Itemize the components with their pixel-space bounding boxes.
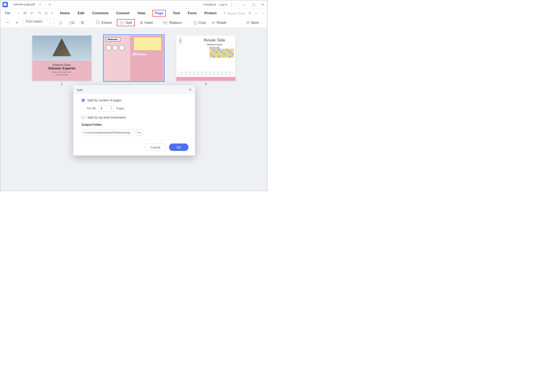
- split-button[interactable]: ▯▯Split: [117, 19, 135, 26]
- app-icon: ⯀: [2, 2, 8, 7]
- tab-comment[interactable]: Comment: [92, 10, 109, 17]
- legend-icon: [179, 38, 182, 42]
- undo-icon[interactable]: ↶: [29, 11, 35, 15]
- print-icon[interactable]: ⎙: [43, 11, 49, 15]
- plus-icon: +: [15, 20, 18, 25]
- split-by-bookmarks-radio[interactable]: Split by top level bookmarks: [81, 116, 188, 119]
- pages-unit-label: Pages: [116, 107, 125, 110]
- tab-title: science-copy.pdf: [13, 3, 35, 6]
- tab-close-icon[interactable]: ✕: [39, 3, 41, 6]
- radio-on-icon: [81, 99, 85, 102]
- open-external-icon[interactable]: ⇱: [249, 11, 251, 15]
- window-maximize-icon[interactable]: ▢: [250, 1, 257, 8]
- page-canvas: Science Class Volcanic Experim Willow Cr…: [0, 28, 267, 191]
- per-file-label: Per file: [87, 107, 96, 110]
- crop-icon: ◫: [193, 21, 197, 25]
- per-file-input[interactable]: [99, 107, 109, 110]
- document-tab[interactable]: science-copy.pdf ✕: [9, 0, 45, 8]
- login-link[interactable]: Log In: [219, 3, 227, 6]
- delete-page-icon[interactable]: 🗑: [79, 20, 86, 26]
- periodic-sub: Chemical Formula: [199, 43, 230, 46]
- bulb-icon: ✦: [223, 11, 226, 15]
- page-filter-select[interactable]: Even pages: [23, 19, 54, 26]
- dialog-title: Split: [77, 88, 83, 91]
- split-by-pages-radio[interactable]: Split by number of pages: [81, 98, 188, 102]
- more-button[interactable]: ☰More›: [245, 20, 263, 26]
- thumb1-line4: By Brooke Wells: [35, 74, 89, 76]
- sticky-note-icon: [134, 37, 161, 50]
- page-thumbnail-3[interactable]: Periodic Table Chemical Formula H-O-O-H: [176, 35, 235, 81]
- tab-home[interactable]: Home: [59, 10, 71, 17]
- output-folder-label: Output Folder: [81, 123, 188, 126]
- thumb1-line1: Science Class: [35, 63, 89, 67]
- window-close-icon[interactable]: ✕: [260, 1, 266, 8]
- more-menu-icon[interactable]: ⋮: [230, 2, 234, 7]
- tab-tool[interactable]: Tool: [172, 10, 181, 17]
- page-filter-value: Even pages: [26, 20, 42, 23]
- extract-icon: ⿻: [96, 21, 100, 25]
- tab-view[interactable]: View: [136, 10, 146, 17]
- file-menu[interactable]: File: [3, 11, 12, 16]
- window-minimize-icon[interactable]: —: [241, 1, 248, 8]
- radio-off-icon: [81, 116, 85, 119]
- tab-convert[interactable]: Convert: [115, 10, 130, 17]
- materials-label: Materials:: [106, 37, 120, 41]
- save-icon[interactable]: ▫: [16, 11, 21, 15]
- cloud-icon[interactable]: ⌂: [255, 11, 257, 15]
- minus-icon: −: [6, 20, 9, 26]
- rotate-icon: ⟳: [212, 21, 215, 25]
- menu-bar: File ▫ ✉ ↶ ↷ ⎙ ▾ Home Edit Comment Conve…: [0, 9, 267, 18]
- split-by-bookmarks-label: Split by top level bookmarks: [87, 116, 126, 119]
- insert-icon: ⊞: [140, 21, 143, 25]
- search-placeholder: Search Tools: [227, 12, 245, 15]
- title-bar: ⯀ science-copy.pdf ✕ + Feedback Log In ⋮…: [0, 0, 267, 9]
- page-thumbnail-1[interactable]: Science Class Volcanic Experim Willow Cr…: [32, 35, 92, 81]
- tab-edit[interactable]: Edit: [77, 10, 85, 17]
- search-tools-input[interactable]: ✦ Search Tools: [223, 11, 245, 15]
- periodic-grid: [210, 49, 234, 58]
- spin-down-icon[interactable]: ▼: [111, 108, 112, 110]
- browse-folder-button[interactable]: •••: [136, 129, 142, 136]
- collapse-ribbon-icon[interactable]: ︿: [261, 11, 264, 15]
- zoom-out-button[interactable]: −: [5, 19, 11, 27]
- ok-button[interactable]: OK: [169, 143, 188, 151]
- new-tab-button[interactable]: +: [45, 2, 54, 7]
- output-folder-input[interactable]: [81, 129, 134, 136]
- cancel-button[interactable]: Cancel: [145, 143, 166, 151]
- page-number-3: 3: [205, 82, 207, 86]
- page-thumbnail-2[interactable]: Materials: BOOooo: [104, 35, 164, 81]
- dialog-close-icon[interactable]: ✕: [189, 87, 192, 92]
- split-icon: ▯▯: [120, 21, 124, 25]
- material-icon: [113, 45, 118, 50]
- crop-button[interactable]: ◫Crop: [192, 20, 207, 26]
- chevron-right-icon: ›: [260, 21, 261, 24]
- split-dialog: Split ✕ Split by number of pages Per fil…: [73, 85, 195, 155]
- insert-button[interactable]: ⊞Insert⌄: [139, 20, 158, 26]
- tab-protect[interactable]: Protect: [204, 10, 217, 17]
- tab-form[interactable]: Form: [187, 10, 198, 17]
- page-tool-2-icon[interactable]: ▯⇆: [68, 20, 76, 26]
- mail-icon[interactable]: ✉: [22, 11, 28, 15]
- feedback-link[interactable]: Feedback: [204, 3, 216, 6]
- zoom-in-button[interactable]: +: [14, 19, 20, 26]
- tab-page[interactable]: Page: [152, 10, 166, 17]
- replace-icon: ⟲▯: [163, 21, 168, 25]
- material-icon: [119, 45, 125, 50]
- per-file-spinner[interactable]: ▲▼: [99, 105, 113, 112]
- thumb1-line3: Willow Creek High School: [35, 71, 89, 73]
- split-by-pages-label: Split by number of pages: [87, 98, 122, 102]
- material-icon: [106, 45, 111, 50]
- boom-text: BOOooo: [133, 52, 146, 56]
- extract-button[interactable]: ⿻Extract: [95, 20, 113, 26]
- quick-access-dropdown-icon[interactable]: ▾: [50, 12, 55, 15]
- main-tabs: Home Edit Comment Convert View Page Tool…: [59, 10, 217, 17]
- redo-icon[interactable]: ↷: [36, 11, 43, 15]
- thumb1-line2: Volcanic Experim: [35, 67, 89, 70]
- page-number-1: 1: [61, 82, 63, 86]
- rotate-button[interactable]: ⟳Rotate: [211, 20, 228, 26]
- chevron-down-icon: ⌄: [155, 21, 156, 24]
- replace-button[interactable]: ⟲▯Replace: [161, 20, 183, 26]
- page-tool-1-icon[interactable]: ▯↕: [58, 20, 64, 26]
- periodic-title: Periodic Table: [199, 38, 230, 42]
- more-icon: ☰: [246, 21, 250, 25]
